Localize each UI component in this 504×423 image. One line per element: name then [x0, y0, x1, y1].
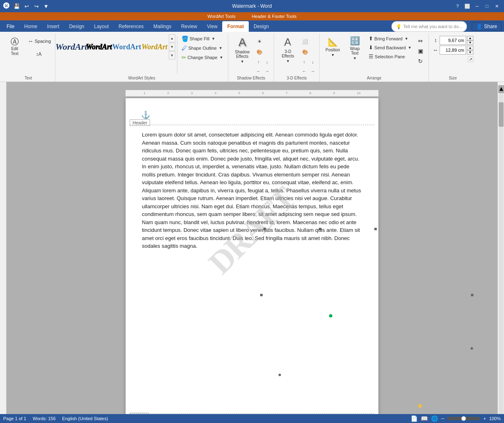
minimize-button[interactable]: ─	[473, 2, 481, 10]
share-icon: 👤	[476, 24, 482, 29]
gallery-more-button[interactable]: ▼	[169, 51, 175, 59]
tab-insert[interactable]: Insert	[42, 21, 64, 32]
rotation-handle[interactable]	[329, 314, 332, 317]
shadow-toggle-col: ☀ 🎨 ↑ ↓ ← →	[254, 34, 271, 75]
align-button[interactable]: ⇔	[415, 36, 426, 46]
tab-design2[interactable]: Design	[249, 21, 274, 32]
height-input[interactable]	[440, 36, 466, 45]
wordart-style-2[interactable]: WordArt	[86, 34, 113, 59]
shadow-on-off-button[interactable]: ☀	[254, 37, 264, 46]
nudge-shadow-left-button[interactable]: ←	[254, 67, 263, 75]
edit-text-button[interactable]: Ⓐ EditText	[4, 34, 25, 59]
position-button[interactable]: 📐 Position ▼	[322, 34, 343, 59]
help-button[interactable]: ?	[453, 2, 462, 10]
tab-mailings[interactable]: Mailings	[148, 21, 176, 32]
bring-forward-button[interactable]: ⬆ Bring Forward ▼	[366, 34, 414, 43]
tab-format[interactable]: Format	[222, 21, 249, 32]
wordart-style-3[interactable]: WordArt	[113, 34, 140, 59]
3d-color-button[interactable]: 🎨	[300, 47, 310, 57]
edit-text-icon: Ⓐ	[11, 37, 19, 46]
3d-tilt-row2: ← →	[300, 67, 317, 75]
shadow-color-button[interactable]: 🎨	[254, 47, 264, 57]
tell-me-input[interactable]: 💡 Tell me what you want to do...	[391, 21, 467, 32]
tab-review[interactable]: Review	[176, 21, 202, 32]
zoom-slider[interactable]	[447, 417, 480, 420]
height-down-button[interactable]: ▼	[467, 40, 473, 45]
tab-references[interactable]: References	[114, 21, 148, 32]
shape-outline-button[interactable]: 🖊 Shape Outline ▼	[179, 44, 225, 53]
width-down-button[interactable]: ▼	[467, 50, 473, 55]
wordart-style-1[interactable]: WordArt	[58, 34, 85, 59]
even-height-button[interactable]: ↕A	[26, 48, 53, 60]
width-up-button[interactable]: ▲	[467, 46, 473, 50]
selection-handle-ml[interactable]	[260, 294, 263, 296]
customize-qat-button[interactable]: ▼	[42, 2, 51, 11]
nudge-shadow-down-button[interactable]: ↓	[263, 58, 271, 66]
wrap-text-button[interactable]: 🔠 WrapText ▼	[344, 34, 365, 62]
zoom-thumb[interactable]	[461, 416, 466, 421]
scrollbar-vertical[interactable]: ▲ ▼	[497, 82, 504, 423]
group-button[interactable]: ▣	[415, 46, 426, 56]
shadow-effects-button[interactable]: A ShadowEffects ▼	[231, 34, 254, 65]
shape-fill-label: Shape Fill	[190, 36, 210, 41]
save-button[interactable]: 💾	[12, 2, 21, 11]
zoom-in-button[interactable]: +	[483, 416, 486, 421]
rotate-button[interactable]: ↻	[415, 56, 426, 66]
change-shape-button[interactable]: ✏ Change Shape ▼	[179, 53, 225, 62]
shape-fill-dropdown-arrow: ▼	[212, 37, 215, 41]
selection-handle-ml2[interactable]	[279, 374, 281, 376]
share-button[interactable]: 👤 Share	[472, 22, 502, 31]
3d-effects-button[interactable]: A 3-DEffects ▼	[276, 34, 299, 65]
wordart-style-4[interactable]: WordArt	[141, 34, 168, 59]
shadow-effects-group-label: Shadow Effects	[231, 75, 271, 82]
3d-effects-label: 3-DEffects	[282, 49, 294, 58]
selection-handle-tl[interactable]	[263, 228, 266, 230]
wrap-text-icon: 🔠	[350, 36, 360, 46]
size-dialog-launcher[interactable]: ↗	[468, 56, 473, 62]
view-web-button[interactable]: 🌐	[431, 415, 438, 422]
scroll-thumb[interactable]	[499, 102, 504, 127]
arrange-right-col: ⬆ Bring Forward ▼ ⬇ Send Backward ▼ ☰ Se…	[366, 34, 414, 61]
view-read-button[interactable]: 📖	[421, 415, 428, 422]
tab-file[interactable]: File	[2, 21, 19, 32]
tab-design[interactable]: Design	[64, 21, 89, 32]
window-title: Watermark - Word	[232, 3, 272, 9]
yellow-handle[interactable]	[418, 403, 422, 408]
tilt-down-button[interactable]: ↑	[300, 58, 308, 66]
tab-view[interactable]: View	[202, 21, 223, 32]
ribbon-display-button[interactable]: ⬜	[463, 2, 471, 10]
maximize-button[interactable]: □	[483, 2, 491, 10]
selection-handle-mr2[interactable]	[471, 347, 473, 350]
shape-outline-icon: 🖊	[181, 45, 187, 51]
view-normal-button[interactable]: 📄	[411, 415, 418, 422]
document-area[interactable]: 12345678910 ⚓ Header Lorem ipsum dolor s…	[7, 82, 497, 423]
send-backward-button[interactable]: ⬇ Send Backward ▼	[366, 43, 414, 52]
nudge-shadow-right-button[interactable]: →	[263, 67, 271, 75]
width-spinner: ▲ ▼	[467, 46, 473, 55]
height-up-button[interactable]: ▲	[467, 36, 473, 40]
gallery-down-button[interactable]: ▼	[169, 43, 175, 51]
close-button[interactable]: ✕	[493, 2, 501, 10]
undo-button[interactable]: ↩	[22, 2, 31, 11]
tilt-up-button[interactable]: ↓	[309, 58, 317, 66]
selection-handle-tr[interactable]	[374, 228, 377, 230]
nudge-shadow-up-button[interactable]: ↑	[254, 58, 263, 66]
selection-handle-tm[interactable]	[319, 228, 321, 230]
gallery-up-button[interactable]: ▲	[169, 34, 175, 42]
selection-pane-button[interactable]: ☰ Selection Pane	[366, 52, 414, 61]
scroll-track[interactable]	[499, 94, 504, 423]
tab-layout[interactable]: Layout	[89, 21, 114, 32]
zoom-out-button[interactable]: ─	[441, 416, 444, 421]
tilt-left-button[interactable]: ←	[300, 67, 308, 75]
shape-fill-button[interactable]: 🪣 Shape Fill ▼	[179, 34, 225, 43]
width-input[interactable]	[440, 46, 466, 55]
3d-on-off-button[interactable]: ⬜	[300, 37, 310, 46]
tilt-right-button[interactable]: →	[309, 67, 317, 75]
scroll-up-button[interactable]: ▲	[498, 85, 504, 93]
tab-home[interactable]: Home	[19, 21, 42, 32]
selection-handle-mr[interactable]	[471, 294, 473, 296]
wordart-styles-label: WordArt Styles	[58, 75, 225, 82]
redo-button[interactable]: ↪	[32, 2, 41, 11]
header-footer-tools-label: Header & Footer Tools	[252, 14, 296, 19]
spacing-button[interactable]: ↔ Spacing	[26, 35, 53, 47]
